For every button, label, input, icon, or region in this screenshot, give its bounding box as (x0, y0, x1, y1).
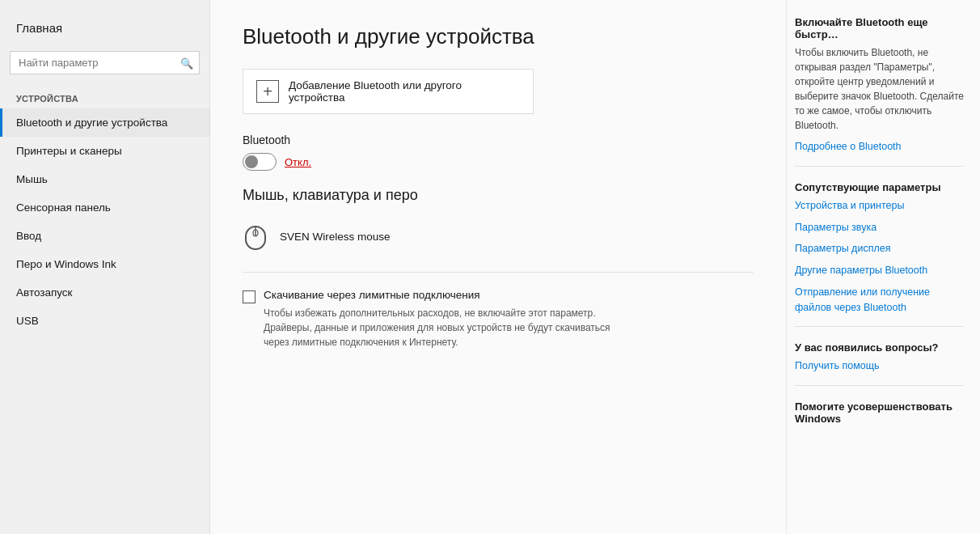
add-device-button[interactable]: + Добавление Bluetooth или другого устро… (243, 69, 534, 114)
search-icon: 🔍 (180, 57, 193, 69)
devices-section-title: Мышь, клавиатура и перо (243, 187, 754, 204)
sidebar-item-mouse[interactable]: Мышь (0, 165, 209, 193)
right-panel: Включайте Bluetooth еще быстр… Чтобы вкл… (786, 0, 980, 534)
sidebar-item-pen[interactable]: Перо и Windows Ink (0, 250, 209, 278)
right-link-send-receive[interactable]: Отправление или получение файлов через B… (795, 285, 964, 316)
toggle-knob (245, 155, 258, 168)
add-plus-icon: + (256, 80, 279, 103)
right-link-help[interactable]: Получить помощь (795, 358, 964, 374)
add-device-label: Добавление Bluetooth или другого устройс… (289, 79, 520, 104)
sidebar-item-touchpad[interactable]: Сенсорная панель (0, 193, 209, 222)
sidebar-section-label: УСТРОЙСТВА (0, 86, 209, 108)
metered-connection-checkbox[interactable] (243, 290, 256, 303)
right-link-other-bluetooth[interactable]: Другие параметры Bluetooth (795, 263, 964, 278)
right-improve-title: Помогите усовершенствовать Windows (795, 400, 964, 425)
bluetooth-section-header: Bluetooth (243, 134, 754, 146)
page-title: Bluetooth и другие устройства (243, 24, 754, 49)
sidebar: Главная 🔍 УСТРОЙСТВА Bluetooth и другие … (0, 0, 210, 534)
sidebar-item-usb[interactable]: USB (0, 307, 209, 335)
checkbox-desc: Чтобы избежать дополнительных расходов, … (264, 306, 611, 350)
sidebar-item-bluetooth[interactable]: Bluetooth и другие устройства (0, 108, 209, 137)
device-name: SVEN Wireless mouse (280, 231, 391, 243)
right-tip-desc: Чтобы включить Bluetooth, не открывая ра… (795, 45, 964, 133)
main-content: Bluetooth и другие устройства + Добавлен… (210, 0, 786, 534)
device-item[interactable]: SVEN Wireless mouse (243, 217, 754, 256)
right-tip-link[interactable]: Подробнее о Bluetooth (795, 139, 964, 155)
bluetooth-toggle-label: Откл. (285, 156, 311, 168)
sidebar-item-input[interactable]: Ввод (0, 222, 209, 250)
search-container: 🔍 (10, 51, 200, 74)
section-divider (243, 272, 754, 273)
sidebar-home[interactable]: Главная (0, 8, 209, 46)
right-divider-3 (795, 385, 964, 386)
bluetooth-toggle[interactable] (243, 153, 277, 171)
right-related-title: Сопутствующие параметры (795, 181, 964, 193)
right-questions-title: У вас появились вопросы? (795, 341, 964, 354)
checkbox-label: Скачивание через лимитные подключения (264, 289, 611, 301)
right-tip-title: Включайте Bluetooth еще быстр… (795, 16, 964, 40)
search-input[interactable] (10, 51, 200, 74)
right-link-devices-printers[interactable]: Устройства и принтеры (795, 198, 964, 214)
right-link-sound[interactable]: Параметры звука (795, 220, 964, 235)
right-divider-1 (795, 166, 964, 167)
bluetooth-toggle-row: Откл. (243, 153, 754, 171)
sidebar-item-printers[interactable]: Принтеры и сканеры (0, 137, 209, 165)
mouse-icon (243, 223, 268, 249)
sidebar-item-autostart[interactable]: Автозапуск (0, 278, 209, 307)
checkbox-content: Скачивание через лимитные подключения Чт… (264, 289, 611, 350)
checkbox-row: Скачивание через лимитные подключения Чт… (243, 289, 754, 350)
right-link-display[interactable]: Параметры дисплея (795, 241, 964, 256)
right-divider-2 (795, 326, 964, 327)
